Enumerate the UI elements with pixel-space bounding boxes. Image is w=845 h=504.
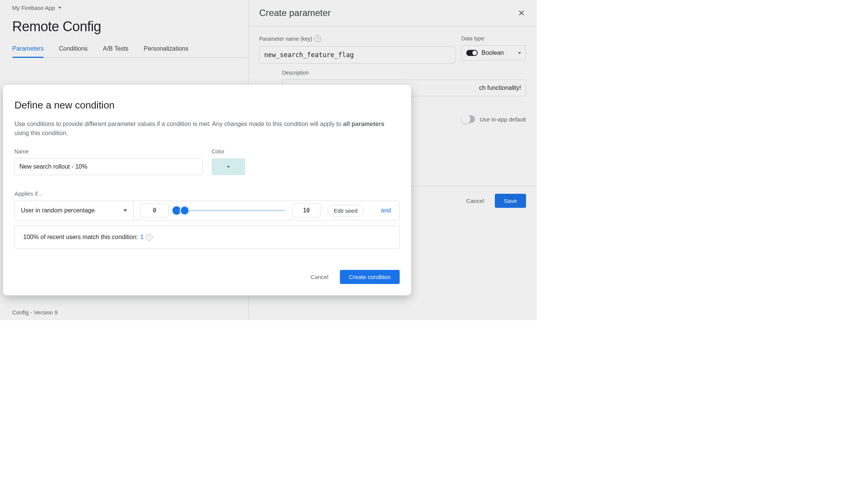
chevron-down-icon: [227, 166, 230, 168]
close-icon: [518, 9, 525, 17]
condition-name-input[interactable]: [14, 158, 202, 175]
modal-title: Define a new condition: [14, 99, 400, 111]
modal-cancel-button[interactable]: Cancel: [311, 274, 328, 280]
match-summary: 100% of recent users match this conditio…: [14, 226, 400, 249]
match-count-link[interactable]: 1: [140, 234, 144, 241]
panel-cancel-button[interactable]: Cancel: [466, 198, 484, 204]
boolean-icon: [466, 50, 478, 56]
tab-conditions[interactable]: Conditions: [59, 45, 88, 57]
app-selector[interactable]: My Firebase App: [12, 3, 61, 13]
modal-description: Use conditions to provide different para…: [14, 120, 400, 138]
tab-parameters[interactable]: Parameters: [12, 45, 44, 57]
chevron-down-icon: [518, 52, 521, 54]
range-low-input[interactable]: [140, 204, 169, 217]
tab-ab-tests[interactable]: A/B Tests: [103, 45, 128, 57]
help-icon[interactable]: ?: [146, 234, 153, 241]
param-name-input[interactable]: new_search_feature_flag: [259, 46, 455, 64]
tab-personalizations[interactable]: Personalizations: [144, 45, 188, 57]
app-name: My Firebase App: [12, 5, 55, 11]
applies-condition-select[interactable]: User in random percentage: [21, 201, 134, 220]
use-default-toggle[interactable]: [461, 115, 475, 123]
description-label: Description: [282, 70, 526, 76]
close-button[interactable]: [517, 8, 526, 18]
range-high-input[interactable]: [292, 204, 320, 217]
data-type-label: Data type: [461, 35, 526, 41]
param-name-label: Parameter name (key) ?: [259, 35, 455, 42]
help-icon[interactable]: ?: [314, 35, 321, 42]
create-condition-button[interactable]: Create condition: [340, 270, 400, 284]
percentage-slider[interactable]: [175, 204, 285, 217]
and-operator[interactable]: and: [381, 207, 391, 214]
use-default-label: Use in-app default: [480, 116, 526, 123]
panel-save-button[interactable]: Save: [495, 194, 526, 208]
condition-color-label: Color: [212, 148, 245, 155]
panel-title: Create parameter: [259, 8, 331, 18]
edit-seed-button[interactable]: Edit seed: [327, 205, 364, 217]
data-type-select[interactable]: Boolean: [461, 45, 526, 61]
applies-if-label: Applies if...: [14, 190, 400, 197]
condition-color-select[interactable]: [212, 158, 245, 175]
define-condition-modal: Define a new condition Use conditions to…: [3, 85, 411, 295]
config-version: Config - Version 9: [12, 309, 57, 316]
condition-name-label: Name: [14, 148, 202, 155]
chevron-down-icon: [123, 209, 127, 212]
slider-thumb-high[interactable]: [180, 206, 190, 215]
chevron-down-icon: [58, 7, 61, 9]
applies-if-row: User in random percentage Edit seed and: [14, 201, 400, 220]
